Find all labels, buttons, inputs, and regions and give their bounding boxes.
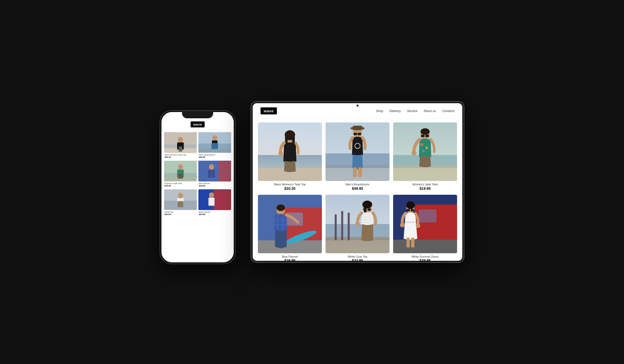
phone-product-4[interactable]: Blue Flannel $29.95 xyxy=(198,161,231,188)
svg-rect-8 xyxy=(198,148,231,153)
svg-rect-88 xyxy=(362,219,372,220)
phone-product-info-1: Black Women's Tank Top $20.30 xyxy=(164,153,197,159)
svg-rect-87 xyxy=(362,217,372,218)
tablet-product-6[interactable]: White Summer Dress $39.95 xyxy=(393,195,457,261)
tablet-product-info-4: Blue Flannel $29.95 xyxy=(258,253,322,261)
svg-rect-17 xyxy=(178,174,183,179)
phone-logo: wave xyxy=(191,121,205,127)
phone-product-info-6: Beach Dress $34.95 xyxy=(198,210,231,216)
svg-point-96 xyxy=(406,201,415,209)
tablet-product-3[interactable]: Women's Jade Tank $19.95 xyxy=(393,122,457,191)
nav-link-contacts[interactable]: Contacts xyxy=(442,109,454,113)
phone-frame: wave xyxy=(160,110,235,264)
phone-content: Black Women's Tank Top $20.30 xyxy=(161,130,234,262)
svg-rect-58 xyxy=(421,135,425,137)
svg-rect-85 xyxy=(368,208,371,211)
svg-point-3 xyxy=(178,137,183,143)
tablet-product-price-5: $24.95 xyxy=(326,258,389,261)
tablet-product-price-1: $20.30 xyxy=(258,186,321,191)
tablet-screen: wave Shop Delivery Service About us Cont… xyxy=(253,103,462,261)
phone-product-price-6: $34.95 xyxy=(199,213,231,216)
nav-link-shop[interactable]: Shop xyxy=(376,109,383,113)
svg-rect-11 xyxy=(211,143,218,149)
tablet-product-name-3: Women's Jade Tank xyxy=(394,183,457,186)
svg-rect-99 xyxy=(405,221,416,223)
tablet-product-price-6: $39.95 xyxy=(394,258,457,261)
svg-rect-52 xyxy=(358,167,362,177)
phone-product-3[interactable]: Women's Jade Tank $19.95 xyxy=(164,161,197,188)
tablet-product-img-6 xyxy=(393,195,457,253)
svg-rect-19 xyxy=(219,161,231,181)
tablet-product-price-3: $19.95 xyxy=(394,186,457,191)
tablet-product-img-5 xyxy=(326,195,389,253)
svg-point-61 xyxy=(425,147,428,149)
svg-rect-46 xyxy=(353,126,362,130)
phone-product-name-5: White Top xyxy=(165,211,196,213)
tablet-nav-links: Shop Delivery Service About us Contacts xyxy=(376,109,454,113)
phone-product-price-2: $49.95 xyxy=(199,156,231,158)
tablet-product-info-2: Men's Boardshorts $49.95 xyxy=(326,181,389,191)
tablet-product-img-3 xyxy=(393,122,457,181)
phone-product-grid: Black Women's Tank Top $20.30 xyxy=(164,132,231,216)
phone-product-5[interactable]: White Top $24.95 xyxy=(164,189,197,216)
svg-rect-55 xyxy=(393,165,457,181)
svg-point-69 xyxy=(277,204,285,211)
tablet-product-price-2: $49.95 xyxy=(326,186,389,191)
tablet-product-5[interactable]: White Crop Top $24.95 xyxy=(326,195,389,261)
phone-product-img-6 xyxy=(198,189,231,210)
tablet-product-info-5: White Crop Top $24.95 xyxy=(326,253,389,261)
svg-point-30 xyxy=(209,192,214,198)
svg-rect-93 xyxy=(419,209,437,222)
tablet-device: wave Shop Delivery Service About us Cont… xyxy=(251,101,464,263)
phone-product-1[interactable]: Black Women's Tank Top $20.30 xyxy=(164,132,197,159)
tablet-product-name-4: Blue Flannel xyxy=(258,255,321,258)
phone-product-name-3: Women's Jade Tank xyxy=(165,182,196,185)
phone-product-info-5: White Top $24.95 xyxy=(164,210,197,216)
phone-product-img-4 xyxy=(198,161,231,181)
tablet-product-grid: Black Women's Tank Top $20.30 xyxy=(253,119,462,261)
tablet-product-2[interactable]: Men's Boardshorts $49.95 xyxy=(326,122,389,191)
svg-rect-86 xyxy=(362,214,372,215)
product-bg-6 xyxy=(393,195,457,253)
tablet-product-name-6: White Summer Dress xyxy=(394,255,457,258)
svg-rect-5 xyxy=(179,147,182,152)
phone-product-name-6: Beach Dress xyxy=(199,211,231,213)
tablet-product-info-3: Women's Jade Tank $19.95 xyxy=(393,181,457,191)
tablet-product-info-6: White Summer Dress $39.95 xyxy=(393,253,457,261)
product-bg-1 xyxy=(258,122,322,181)
phone-product-name-4: Blue Flannel xyxy=(199,182,231,185)
phone-product-info-3: Women's Jade Tank $19.95 xyxy=(164,181,197,188)
tablet-frame: wave Shop Delivery Service About us Cont… xyxy=(251,101,464,263)
tablet-product-info-1: Black Women's Tank Top $20.30 xyxy=(258,181,322,191)
nav-link-about[interactable]: About us xyxy=(424,109,436,113)
nav-link-delivery[interactable]: Delivery xyxy=(389,109,401,113)
svg-point-101 xyxy=(416,223,420,228)
product-bg-2 xyxy=(326,122,389,181)
phone-product-img-5 xyxy=(164,189,197,210)
tablet-product-1[interactable]: Black Women's Tank Top $20.30 xyxy=(258,122,322,191)
tablet-product-name-1: Black Women's Tank Top xyxy=(258,183,321,186)
phone-product-price-1: $20.30 xyxy=(165,156,196,158)
phone-header: wave xyxy=(161,112,234,130)
svg-point-62 xyxy=(422,150,425,152)
phone-product-6[interactable]: Beach Dress $34.95 xyxy=(198,189,231,216)
scene: wave xyxy=(0,0,624,364)
phone-product-price-4: $29.95 xyxy=(199,185,231,187)
svg-point-63 xyxy=(411,151,417,155)
svg-point-20 xyxy=(209,164,214,170)
phone-device: wave xyxy=(160,110,235,264)
svg-rect-49 xyxy=(357,134,358,134)
svg-rect-84 xyxy=(363,208,367,211)
phone-product-img-2 xyxy=(198,132,231,153)
nav-link-service[interactable]: Service xyxy=(407,109,417,113)
phone-product-info-2: Men's Boardshorts $49.95 xyxy=(198,153,231,159)
phone-product-price-5: $24.95 xyxy=(165,213,196,216)
phone-product-price-3: $19.95 xyxy=(165,185,196,187)
svg-point-15 xyxy=(178,164,183,170)
svg-rect-31 xyxy=(209,198,214,206)
tablet-logo: wave xyxy=(261,107,277,114)
tablet-product-img-4 xyxy=(258,195,322,253)
phone-product-2[interactable]: Men's Boardshorts $49.95 xyxy=(198,132,231,159)
svg-rect-59 xyxy=(425,135,429,137)
tablet-product-4[interactable]: Blue Flannel $29.95 xyxy=(258,195,322,261)
